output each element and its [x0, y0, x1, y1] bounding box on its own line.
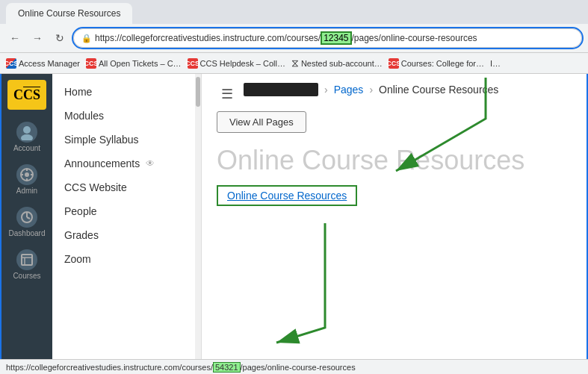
back-button[interactable]: ←	[6, 29, 24, 47]
sidebar-item-courses[interactable]: Courses	[4, 245, 49, 284]
breadcrumb: › Pages › Online Course Resources	[244, 83, 498, 96]
reload-button[interactable]: ↻	[51, 29, 69, 47]
active-tab[interactable]: Online Course Resources	[6, 3, 132, 24]
course-nav-website[interactable]: CCS Website	[52, 175, 201, 199]
account-icon	[16, 122, 37, 143]
account-label: Account	[13, 144, 40, 152]
tab-label: Online Course Resources	[18, 8, 120, 19]
course-nav-syllabus-label: Simple Syllabus	[64, 134, 139, 146]
course-nav-modules[interactable]: Modules	[52, 104, 201, 128]
sidebar-item-admin[interactable]: Admin	[4, 160, 49, 199]
course-nav-home-label: Home	[64, 86, 92, 98]
bm-more-label: I…	[490, 59, 501, 68]
courses-label: Courses	[13, 272, 40, 280]
url-course-id: 12345	[321, 31, 351, 45]
bookmark-courses[interactable]: CCS Courses: College for…	[389, 58, 484, 69]
breadcrumb-current: Online Course Resources	[379, 84, 498, 96]
course-nav-zoom-label: Zoom	[64, 253, 91, 265]
course-nav-people-label: People	[64, 205, 97, 217]
eye-icon: 👁	[146, 158, 155, 169]
course-nav-grades-label: Grades	[64, 229, 99, 241]
breadcrumb-sep-2: ›	[369, 84, 373, 96]
course-nav-announcements[interactable]: Announcements 👁	[52, 152, 201, 175]
bookmark-access-manager[interactable]: CCS Access Manager	[6, 58, 80, 69]
ocr-link[interactable]: Online Course Resources	[217, 185, 357, 206]
status-bar: https://collegeforcreativestudies.instru…	[0, 359, 588, 374]
breadcrumb-course-name	[244, 83, 318, 96]
bookmark-helpdesk[interactable]: CCS CCS Helpdesk – Coll…	[188, 58, 285, 69]
course-nav-grades[interactable]: Grades	[52, 223, 201, 247]
course-nav-scrollbar[interactable]	[195, 74, 201, 373]
address-bar[interactable]: 🔒 https://collegeforcreativestudies.inst…	[73, 28, 582, 48]
lock-icon: 🔒	[81, 34, 92, 43]
dashboard-icon	[16, 207, 37, 228]
bookmark-tickets[interactable]: CCS All Open Tickets – C…	[86, 58, 182, 69]
bm-courses-label: Courses: College for…	[401, 59, 484, 68]
bm-courses-icon: CCS	[389, 58, 399, 69]
browser-tabs: Online Course Resources	[0, 0, 588, 24]
admin-icon	[16, 164, 37, 185]
global-nav: CCS Account Admin Dashboard Courses	[1, 74, 52, 373]
bm-tickets-label: All Open Tickets – C…	[99, 59, 182, 68]
page-content: ☰ › Pages › Online Course Resources View…	[202, 74, 587, 373]
scrollbar-thumb	[196, 77, 200, 107]
breadcrumb-sep-1: ›	[324, 84, 328, 96]
bm-access-manager-label: Access Manager	[19, 59, 80, 68]
bm-helpdesk-icon: CCS	[188, 58, 198, 69]
breadcrumb-pages-link[interactable]: Pages	[334, 84, 364, 96]
bm-helpdesk-label: CCS Helpdesk – Coll…	[200, 59, 285, 68]
bookmark-more[interactable]: I…	[490, 59, 501, 68]
bookmark-nested[interactable]: ⧖ Nested sub-account…	[291, 57, 383, 69]
ccs-logo: CCS	[7, 80, 46, 110]
svg-point-3	[25, 172, 29, 177]
courses-icon	[16, 249, 37, 270]
content-header: ☰ › Pages › Online Course Resources	[217, 83, 572, 105]
svg-point-1	[21, 134, 33, 140]
course-nav-syllabus[interactable]: Simple Syllabus	[52, 128, 201, 152]
main-container: CCS Account Admin Dashboard Courses	[0, 74, 588, 374]
forward-button[interactable]: →	[28, 29, 46, 47]
bm-nested-icon: ⧖	[291, 57, 299, 69]
browser-toolbar: ← → ↻ 🔒 https://collegeforcreativestudie…	[0, 24, 588, 52]
sidebar-item-account[interactable]: Account	[4, 117, 49, 157]
svg-point-0	[23, 126, 31, 134]
ccs-logo-text: CCS	[13, 87, 40, 103]
course-nav-people[interactable]: People	[52, 199, 201, 223]
course-nav-home[interactable]: Home	[52, 80, 201, 104]
course-nav-announcements-label: Announcements	[64, 158, 140, 169]
bm-nested-label: Nested sub-account…	[301, 59, 383, 68]
course-nav: Home Modules Simple Syllabus Announcemen…	[52, 74, 202, 373]
course-nav-website-label: CCS Website	[64, 181, 127, 193]
svg-rect-9	[22, 255, 32, 265]
view-all-pages-button[interactable]: View All Pages	[217, 111, 306, 133]
dashboard-label: Dashboard	[9, 229, 46, 237]
course-nav-zoom[interactable]: Zoom	[52, 247, 201, 271]
hamburger-button[interactable]: ☰	[217, 84, 238, 104]
bookmarks-bar: CCS Access Manager CCS All Open Tickets …	[0, 52, 588, 73]
admin-label: Admin	[16, 187, 37, 195]
browser-chrome: Online Course Resources ← → ↻ 🔒 https://…	[0, 0, 588, 74]
status-url: https://collegeforcreativestudies.instru…	[6, 363, 356, 372]
bm-tickets-icon: CCS	[86, 58, 96, 69]
status-course-id: 54321	[213, 362, 241, 373]
sidebar-item-dashboard[interactable]: Dashboard	[4, 202, 49, 242]
ocr-link-container: Online Course Resources	[217, 185, 572, 206]
bm-access-manager-icon: CCS	[6, 58, 16, 69]
page-title: Online Course Resources	[217, 145, 572, 176]
address-text: https://collegeforcreativestudies.instru…	[95, 33, 477, 43]
course-nav-modules-label: Modules	[64, 110, 104, 122]
